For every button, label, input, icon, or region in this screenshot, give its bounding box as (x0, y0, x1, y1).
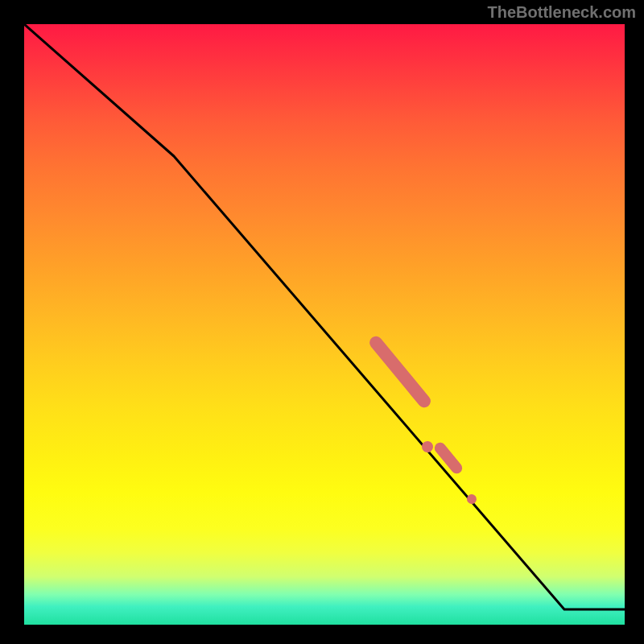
watermark-text: TheBottleneck.com (488, 3, 636, 22)
curve-svg (24, 24, 625, 625)
plot-area (24, 24, 625, 625)
main-curve (24, 24, 625, 609)
